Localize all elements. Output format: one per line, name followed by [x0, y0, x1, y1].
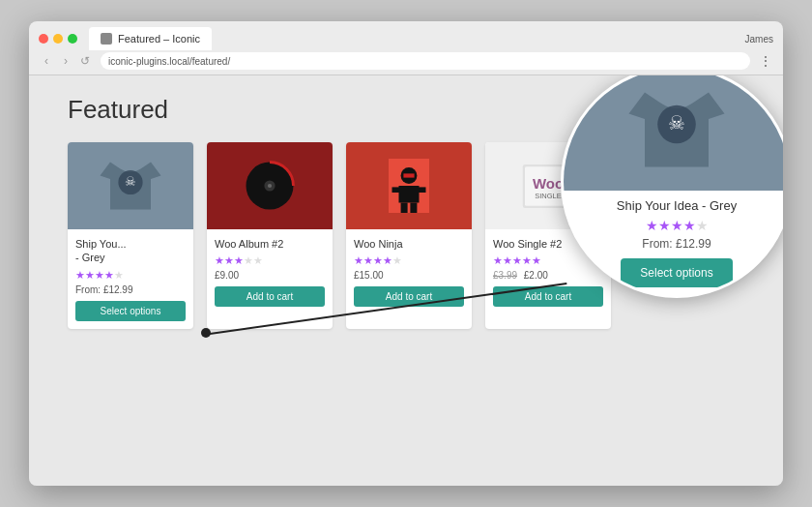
magnifier-content: ☠ Ship Your Idea - Grey ★★★★★ From: £12.… [564, 75, 783, 295]
product-name-album: Woo Album #2 [215, 237, 325, 251]
active-tab[interactable]: Featured – Iconic [89, 27, 212, 50]
nav-buttons: ‹ › ↺ [39, 53, 93, 69]
menu-button[interactable]: ⋮ [758, 53, 773, 69]
svg-text:☠: ☠ [125, 175, 136, 189]
close-button[interactable] [39, 34, 48, 44]
browser-tabs: Featured – Iconic [89, 27, 745, 50]
address-bar[interactable]: iconic-plugins.local/featured/ [101, 52, 750, 70]
stars-ship: ★★★★★ [75, 269, 186, 282]
forward-button[interactable]: › [58, 53, 73, 69]
stars-album: ★★★★★ [215, 254, 325, 267]
minimize-button[interactable] [53, 34, 63, 44]
tshirt-icon: ☠ [97, 152, 164, 220]
product-card-ninja: Woo Ninja ★★★★★ £15.00 Add to cart [346, 142, 472, 329]
svg-text:Woo: Woo [533, 174, 564, 191]
svg-text:☠: ☠ [668, 112, 685, 134]
product-name-ninja: Woo Ninja [354, 237, 464, 251]
price-current-woo: £2.00 [524, 270, 548, 281]
price-ship: From: £12.99 [75, 284, 186, 295]
price-album: £9.00 [215, 270, 325, 281]
product-info-ninja: Woo Ninja ★★★★★ £15.00 Add to cart [346, 229, 472, 314]
product-card-album: Woo Album #2 ★★★★★ £9.00 Add to cart [207, 142, 333, 329]
magnifier-product-info: Ship Your Idea - Grey ★★★★★ From: £12.99… [564, 191, 783, 295]
svg-rect-14 [403, 173, 414, 177]
product-info-album: Woo Album #2 ★★★★★ £9.00 Add to cart [207, 229, 333, 314]
svg-text:SINGLE: SINGLE [535, 192, 562, 200]
add-to-cart-album[interactable]: Add to cart [215, 286, 325, 307]
reload-button[interactable]: ↺ [77, 53, 93, 69]
tab-title: Featured – Iconic [118, 33, 200, 45]
maximize-button[interactable] [68, 34, 77, 44]
magnified-price: From: £12.99 [579, 237, 774, 251]
address-bar-row: ‹ › ↺ iconic-plugins.local/featured/ ⋮ [29, 52, 783, 75]
traffic-lights [39, 34, 77, 44]
product-info-ship: Ship You...- Grey ★★★★★ From: £12.99 Sel… [68, 229, 193, 329]
user-label: James [745, 34, 773, 45]
album-icon [236, 152, 304, 220]
magnified-tshirt-icon: ☠ [624, 76, 730, 183]
back-button[interactable]: ‹ [39, 53, 54, 69]
magnifier-circle: ☠ Ship Your Idea - Grey ★★★★★ From: £12.… [561, 75, 783, 298]
browser-chrome: Featured – Iconic James ‹ › ↺ iconic-plu… [29, 21, 783, 75]
tab-favicon [101, 33, 112, 45]
svg-rect-10 [392, 187, 403, 193]
browser-content: Featured ☠ Ship You...- Grey [29, 75, 783, 486]
browser-window: Featured – Iconic James ‹ › ↺ iconic-plu… [29, 21, 783, 486]
price-ninja: £15.00 [354, 270, 464, 281]
svg-rect-11 [416, 187, 426, 193]
svg-rect-13 [410, 203, 417, 214]
select-options-button-magnified[interactable]: Select options [621, 258, 732, 287]
product-name-ship: Ship You...- Grey [75, 237, 186, 265]
stars-ninja: ★★★★★ [354, 254, 464, 267]
address-text: iconic-plugins.local/featured/ [108, 56, 230, 67]
svg-point-5 [268, 184, 272, 188]
select-options-button-ship[interactable]: Select options [75, 301, 186, 321]
product-image-ninja [346, 142, 472, 229]
magnifier-product-image: ☠ [564, 75, 783, 191]
ninja-icon [380, 152, 438, 220]
product-card-ship-your-idea: ☠ Ship You...- Grey ★★★★★ From: £12.99 S… [68, 142, 193, 329]
magnified-stars: ★★★★★ [579, 218, 774, 233]
magnified-product-name: Ship Your Idea - Grey [579, 198, 774, 213]
svg-rect-12 [401, 203, 408, 214]
price-old-woo: £3.99 [493, 270, 517, 281]
product-image-album [207, 142, 333, 229]
product-image-tshirt: ☠ [68, 142, 193, 229]
